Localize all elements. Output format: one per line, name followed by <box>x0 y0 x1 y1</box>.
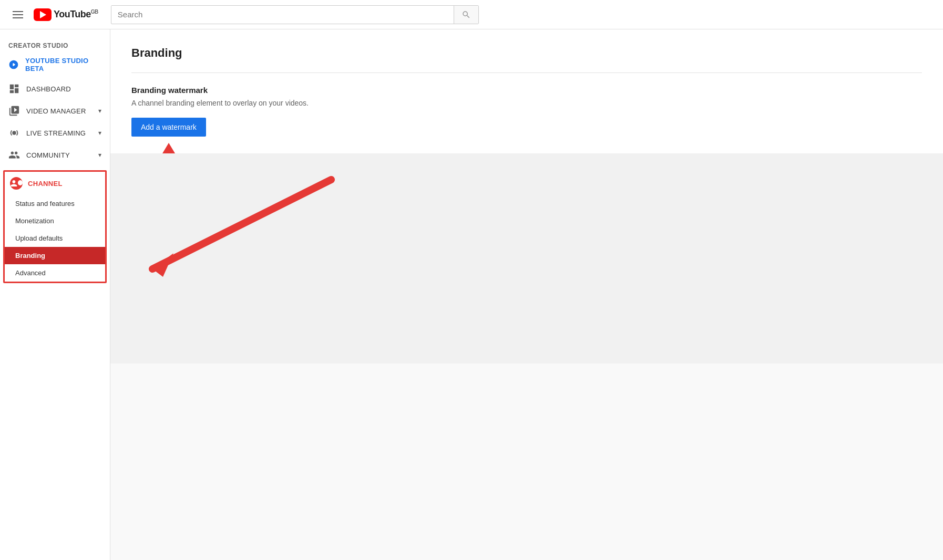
channel-section: CHANNEL Status and features Monetization… <box>3 170 107 283</box>
gray-area <box>110 153 943 364</box>
channel-person-icon <box>10 177 23 190</box>
sidebar-item-video-manager[interactable]: VIDEO MANAGER ▾ <box>0 100 110 122</box>
section-divider <box>131 72 922 73</box>
sidebar-video-manager-label: VIDEO MANAGER <box>26 107 86 115</box>
hamburger-menu[interactable] <box>8 7 27 23</box>
sidebar-item-community[interactable]: COMMUNITY ▾ <box>0 144 110 166</box>
sidebar-item-live-streaming[interactable]: LIVE STREAMING ▾ <box>0 122 110 144</box>
channel-sub-item-advanced[interactable]: Advanced <box>5 264 105 282</box>
sidebar-yt-studio-label: YOUTUBE STUDIO BETA <box>25 57 101 72</box>
community-icon <box>8 149 20 161</box>
youtube-logo-icon <box>34 8 52 21</box>
diagonal-arrow <box>121 174 342 290</box>
creator-studio-label: CREATOR STUDIO <box>0 38 110 51</box>
main-content: Branding Branding watermark A channel br… <box>110 29 943 560</box>
channel-sub-item-monetization[interactable]: Monetization <box>5 212 105 230</box>
logo-text: YouTubeGB <box>54 9 98 20</box>
sidebar-item-dashboard[interactable]: DASHBOARD <box>0 78 110 100</box>
add-watermark-button[interactable]: Add a watermark <box>131 118 206 137</box>
channel-section-label: CHANNEL <box>28 180 63 188</box>
svg-point-0 <box>12 131 16 134</box>
live-streaming-chevron: ▾ <box>98 129 101 137</box>
sidebar-live-streaming-label: LIVE STREAMING <box>26 129 86 137</box>
sidebar: CREATOR STUDIO YOUTUBE STUDIO BETA DASHB… <box>0 29 110 560</box>
dashboard-icon <box>8 83 20 95</box>
sidebar-community-label: COMMUNITY <box>26 151 70 159</box>
svg-line-1 <box>152 180 331 269</box>
studio-icon <box>8 59 19 70</box>
search-bar <box>111 5 479 24</box>
watermark-description: A channel branding element to overlay on… <box>131 99 922 107</box>
video-manager-icon <box>8 105 20 117</box>
channel-sub-item-branding[interactable]: Branding <box>5 247 105 264</box>
page-layout: CREATOR STUDIO YOUTUBE STUDIO BETA DASHB… <box>0 29 943 560</box>
content-panel: Branding Branding watermark A channel br… <box>110 29 943 153</box>
channel-sub-item-status[interactable]: Status and features <box>5 195 105 212</box>
channel-sub-items: Status and features Monetization Upload … <box>5 195 105 282</box>
sidebar-item-yt-studio[interactable]: YOUTUBE STUDIO BETA <box>0 51 110 78</box>
page-title: Branding <box>131 46 922 60</box>
watermark-section-title: Branding watermark <box>131 86 922 95</box>
channel-header[interactable]: CHANNEL <box>5 172 105 195</box>
sidebar-dashboard-label: DASHBOARD <box>26 85 71 93</box>
video-manager-chevron: ▾ <box>98 107 101 115</box>
top-nav: YouTubeGB <box>0 0 943 29</box>
search-button[interactable] <box>454 6 478 24</box>
search-icon <box>462 10 471 19</box>
channel-sub-item-upload-defaults[interactable]: Upload defaults <box>5 230 105 247</box>
watermark-action-area: Add a watermark <box>131 118 206 137</box>
person-icon <box>10 179 18 188</box>
live-streaming-icon <box>8 127 20 139</box>
search-input[interactable] <box>111 6 454 23</box>
community-chevron: ▾ <box>98 151 101 159</box>
logo-area: YouTubeGB <box>34 8 98 21</box>
